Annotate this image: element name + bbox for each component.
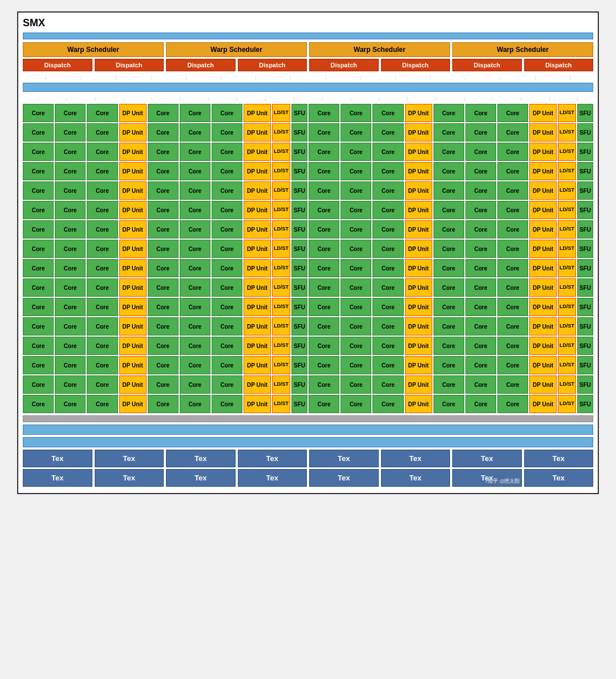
cell-dp-14-17: DP Unit	[529, 375, 557, 394]
cell-core-3-16: Core	[497, 162, 528, 180]
cell-core-3-1: Core	[55, 162, 86, 180]
cell-dp-15-13: DP Unit	[405, 395, 432, 413]
dispatch-8: Dispatch	[524, 59, 594, 71]
cell-core-3-0: Core	[23, 162, 54, 180]
cell-core-6-12: Core	[372, 220, 403, 239]
cell-core-6-4: Core	[148, 220, 179, 239]
cell-sfu-6-9: SFU	[291, 220, 307, 239]
cell-dp-6-3: DP Unit	[119, 220, 147, 239]
cell-ldst-14-8: LD/ST	[272, 375, 290, 394]
cell-dp-14-13: DP Unit	[405, 375, 432, 394]
cell-core-7-11: Core	[341, 240, 371, 258]
cell-core-6-16: Core	[497, 220, 528, 239]
cell-sfu-0-9: SFU	[291, 104, 307, 122]
cell-ldst-1-18: LD/ST	[558, 123, 576, 142]
cell-core-6-10: Core	[309, 220, 339, 239]
cell-dp-7-13: DP Unit	[405, 240, 432, 258]
core-row-11: CoreCoreCoreDP UnitCoreCoreCoreDP UnitLD…	[23, 317, 593, 336]
cell-core-8-6: Core	[212, 259, 242, 277]
cell-core-1-1: Core	[55, 123, 86, 142]
dispatch-7: Dispatch	[452, 59, 522, 71]
cell-dp-4-7: DP Unit	[244, 181, 271, 200]
cell-core-4-2: Core	[87, 181, 117, 200]
cell-core-13-0: Core	[23, 356, 54, 374]
cell-core-2-0: Core	[23, 143, 54, 161]
cell-core-5-4: Core	[148, 201, 179, 219]
cell-core-6-11: Core	[341, 220, 371, 239]
arrow-down: ↓	[548, 94, 551, 102]
cell-core-5-11: Core	[341, 201, 371, 219]
cell-dp-15-17: DP Unit	[529, 395, 557, 413]
cell-core-13-15: Core	[465, 356, 496, 374]
cell-core-0-11: Core	[341, 104, 371, 122]
cell-sfu-2-19: SFU	[577, 143, 593, 161]
cell-core-0-2: Core	[87, 104, 117, 122]
cell-core-15-4: Core	[148, 395, 179, 413]
cell-core-1-12: Core	[372, 123, 403, 142]
cell-core-4-4: Core	[148, 181, 179, 200]
cell-core-15-5: Core	[180, 395, 210, 413]
cell-ldst-10-18: LD/ST	[558, 298, 576, 316]
cell-sfu-14-9: SFU	[291, 375, 307, 394]
tex-3: Tex	[166, 450, 236, 467]
cell-core-5-1: Core	[55, 201, 86, 219]
cell-core-3-2: Core	[87, 162, 117, 180]
cell-ldst-3-18: LD/ST	[558, 162, 576, 180]
cell-ldst-15-18: LD/ST	[558, 395, 576, 413]
cell-sfu-14-19: SFU	[577, 375, 593, 394]
cell-sfu-12-9: SFU	[291, 337, 307, 355]
tex-10: Tex	[95, 469, 164, 487]
shared-memory	[23, 425, 593, 435]
cell-ldst-4-18: LD/ST	[558, 181, 576, 200]
cell-sfu-5-9: SFU	[291, 201, 307, 219]
core-row-7: CoreCoreCoreDP UnitCoreCoreCoreDP UnitLD…	[23, 240, 593, 258]
arrow-down: ↓	[179, 94, 182, 102]
cell-core-6-14: Core	[433, 220, 464, 239]
cell-core-8-11: Core	[341, 259, 371, 277]
cell-ldst-12-18: LD/ST	[558, 337, 576, 355]
cell-core-9-12: Core	[372, 278, 403, 297]
cell-dp-5-13: DP Unit	[405, 201, 432, 219]
cell-dp-11-3: DP Unit	[119, 317, 147, 336]
cell-sfu-4-9: SFU	[291, 181, 307, 200]
cell-core-13-6: Core	[212, 356, 242, 374]
cell-ldst-5-8: LD/ST	[272, 201, 290, 219]
arrow-down: ↓	[150, 94, 153, 102]
cell-core-10-11: Core	[341, 298, 371, 316]
cell-dp-7-7: DP Unit	[244, 240, 271, 258]
tex-16: Tex	[524, 469, 594, 487]
cell-ldst-14-18: LD/ST	[558, 375, 576, 394]
cell-ldst-3-8: LD/ST	[272, 162, 290, 180]
cell-core-10-4: Core	[148, 298, 179, 316]
cell-core-13-5: Core	[180, 356, 210, 374]
cell-core-3-6: Core	[212, 162, 242, 180]
cell-dp-14-3: DP Unit	[119, 375, 147, 394]
arrow-down: ↓	[349, 94, 352, 102]
cell-core-1-11: Core	[341, 123, 371, 142]
cell-dp-9-7: DP Unit	[244, 278, 271, 297]
cell-core-9-10: Core	[309, 278, 339, 297]
cell-dp-6-13: DP Unit	[405, 220, 432, 239]
cell-core-14-16: Core	[497, 375, 528, 394]
cell-core-3-12: Core	[372, 162, 403, 180]
core-grid: CoreCoreCoreDP UnitCoreCoreCoreDP UnitLD…	[23, 104, 593, 413]
tex-7: Tex	[452, 450, 522, 467]
dispatch-row: Dispatch Dispatch Dispatch Dispatch Disp…	[23, 59, 593, 71]
cell-core-2-16: Core	[497, 143, 528, 161]
arrow-down: ↓	[93, 94, 96, 102]
cell-dp-13-17: DP Unit	[529, 356, 557, 374]
cell-core-11-2: Core	[87, 317, 117, 336]
cell-core-9-15: Core	[465, 278, 496, 297]
cell-sfu-11-19: SFU	[577, 317, 593, 336]
cell-ldst-0-8: LD/ST	[272, 104, 290, 122]
warp-scheduler-3: Warp Scheduler	[309, 42, 450, 57]
smx-container: SMX Warp Scheduler Warp Scheduler Warp S…	[17, 11, 599, 494]
cell-sfu-10-19: SFU	[577, 298, 593, 316]
tex-13: Tex	[309, 469, 379, 487]
cell-dp-1-13: DP Unit	[405, 123, 432, 142]
arrow-down: ↓	[184, 73, 188, 81]
cell-dp-4-13: DP Unit	[405, 181, 432, 200]
core-row-3: CoreCoreCoreDP UnitCoreCoreCoreDP UnitLD…	[23, 162, 593, 180]
cell-core-12-2: Core	[87, 337, 117, 355]
cell-core-3-15: Core	[465, 162, 496, 180]
